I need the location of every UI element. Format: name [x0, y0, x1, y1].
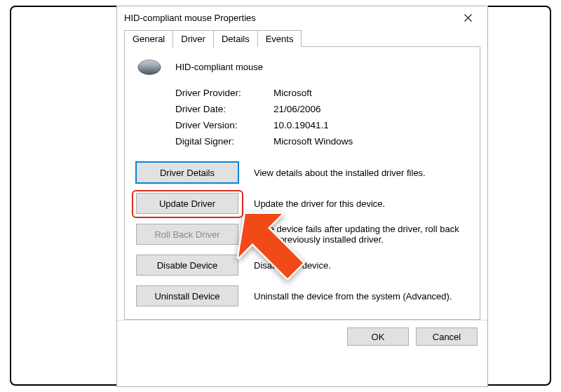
- uninstall-device-button[interactable]: Uninstall Device: [136, 285, 238, 306]
- tabstrip: General Driver Details Events: [124, 29, 480, 47]
- screenshot-frame: HID-compliant mouse Properties General D…: [10, 6, 551, 386]
- row-disable-device: Disable Device Disable the device.: [136, 255, 468, 276]
- label-signer: Digital Signer:: [175, 136, 273, 147]
- label-version: Driver Version:: [175, 120, 273, 130]
- desc-driver-details: View details about the installed driver …: [254, 168, 468, 178]
- desc-roll-back: If the device fails after updating the d…: [254, 224, 468, 245]
- row-version: Driver Version: 10.0.19041.1: [175, 117, 468, 133]
- driver-details-button[interactable]: Driver Details: [136, 162, 238, 183]
- tabs-container: General Driver Details Events: [117, 29, 487, 320]
- row-uninstall-device: Uninstall Device Uninstall the device fr…: [136, 285, 468, 306]
- window-title: HID-compliant mouse Properties: [124, 13, 454, 23]
- tab-driver[interactable]: Driver: [173, 30, 214, 48]
- value-signer: Microsoft Windows: [273, 136, 353, 147]
- ok-button[interactable]: OK: [347, 327, 409, 346]
- action-buttons-area: Driver Details View details about the in…: [136, 162, 468, 306]
- value-provider: Microsoft: [273, 88, 312, 98]
- device-header: HID-compliant mouse: [136, 57, 468, 76]
- row-signer: Digital Signer: Microsoft Windows: [175, 133, 468, 149]
- driver-info-table: Driver Provider: Microsoft Driver Date: …: [175, 85, 468, 149]
- row-update-driver: Update Driver Update the driver for this…: [136, 193, 468, 214]
- tab-general[interactable]: General: [124, 30, 173, 47]
- label-provider: Driver Provider:: [175, 88, 273, 98]
- value-version: 10.0.19041.1: [273, 120, 329, 130]
- mouse-icon: [136, 57, 163, 76]
- properties-dialog: HID-compliant mouse Properties General D…: [116, 6, 488, 387]
- close-icon: [464, 14, 472, 22]
- row-roll-back: Roll Back Driver If the device fails aft…: [136, 224, 468, 245]
- update-driver-button[interactable]: Update Driver: [136, 193, 238, 214]
- disable-device-button[interactable]: Disable Device: [136, 255, 238, 276]
- row-provider: Driver Provider: Microsoft: [175, 85, 468, 101]
- desc-disable-device: Disable the device.: [254, 260, 468, 271]
- desc-update-driver: Update the driver for this device.: [254, 198, 468, 209]
- close-button[interactable]: [454, 8, 482, 27]
- row-date: Driver Date: 21/06/2006: [175, 101, 468, 117]
- tab-details[interactable]: Details: [213, 30, 258, 47]
- cancel-button[interactable]: Cancel: [416, 327, 478, 346]
- device-name: HID-compliant mouse: [175, 62, 263, 72]
- roll-back-driver-button: Roll Back Driver: [136, 224, 238, 245]
- desc-uninstall-device: Uninstall the device from the system (Ad…: [254, 291, 468, 302]
- row-driver-details: Driver Details View details about the in…: [136, 162, 468, 183]
- dialog-footer: OK Cancel: [117, 320, 487, 356]
- tab-events[interactable]: Events: [257, 30, 302, 47]
- value-date: 21/06/2006: [273, 104, 321, 114]
- label-date: Driver Date:: [175, 104, 273, 114]
- tabpage-driver: HID-compliant mouse Driver Provider: Mic…: [124, 47, 480, 320]
- titlebar: HID-compliant mouse Properties: [117, 6, 487, 29]
